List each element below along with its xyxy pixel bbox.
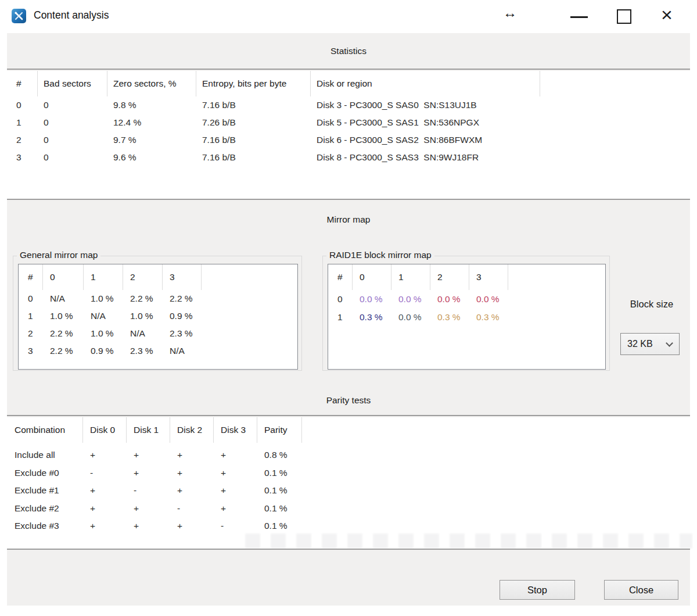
table-cell: 0.1 % <box>257 517 302 535</box>
table-cell: 0 <box>328 290 353 308</box>
table-cell: + <box>170 464 214 482</box>
table-cell: 7.16 b/B <box>196 96 311 114</box>
table-row: Exclude #1+-++0.1 % <box>7 482 690 500</box>
table-cell: Exclude #1 <box>7 482 83 500</box>
table-cell: - <box>83 464 127 482</box>
table-cell: 7.26 b/B <box>196 114 311 131</box>
table-row: 10.3 %0.0 %0.3 %0.3 % <box>328 308 605 326</box>
block-size-dropdown[interactable]: 32 KB <box>620 333 680 355</box>
table-cell: + <box>214 482 257 500</box>
table-header-cell: Disk 2 <box>170 417 214 443</box>
close-button[interactable]: Close <box>604 580 678 600</box>
table-cell: 0.1 % <box>257 464 302 482</box>
table-cell: 2.2 % <box>123 290 163 307</box>
table-cell: N/A <box>84 307 123 325</box>
statistics-table-area: #Bad sectorsZero sectors, %Entropy, bits… <box>7 71 690 200</box>
raid1e-map-header-row: #0123 <box>328 264 605 290</box>
table-cell: 0.1 % <box>257 500 302 518</box>
table-header-cell: # <box>7 71 38 96</box>
parity-table: CombinationDisk 0Disk 1Disk 2Disk 3Parit… <box>7 417 690 535</box>
table-cell: 0 <box>7 96 38 114</box>
watermark <box>245 533 692 549</box>
parity-title: Parity tests <box>326 395 371 405</box>
table-cell: 9.8 % <box>107 96 196 114</box>
table-cell: - <box>214 517 257 535</box>
table-header-cell: Entropy, bits per byte <box>196 71 311 96</box>
table-cell: 3 <box>19 342 43 360</box>
window-title: Content analysis <box>34 9 109 22</box>
table-header-cell: 3 <box>163 264 202 290</box>
parity-rows[interactable]: Include all++++0.8 %Exclude #0-+++0.1 %E… <box>7 443 690 535</box>
table-cell: 2.2 % <box>43 325 84 342</box>
table-cell: 0.0 % <box>391 308 430 326</box>
close-window-button[interactable]: × <box>661 3 673 26</box>
table-header-cell: Bad sectors <box>38 71 107 96</box>
general-mirror-map-groupbox: General mirror map #0123 0N/A1.0 %2.2 %2… <box>13 256 302 371</box>
table-cell: 2 <box>19 325 43 342</box>
mirror-map-section-header: Mirror map <box>7 208 690 231</box>
general-map-rows[interactable]: 0N/A1.0 %2.2 %2.2 %11.0 %N/A1.0 %0.9 %22… <box>19 290 297 360</box>
table-cell: + <box>170 482 214 500</box>
table-cell: 0.8 % <box>257 446 302 464</box>
raid1e-mirror-map-groupbox: RAID1E block mirror map #0123 00.0 %0.0 … <box>322 256 610 371</box>
minimize-button[interactable] <box>570 16 588 18</box>
table-cell: 9.6 % <box>107 149 196 166</box>
mirror-map-title: Mirror map <box>327 214 371 224</box>
table-cell: 2.3 % <box>123 342 163 360</box>
table-cell: 1.0 % <box>123 307 163 325</box>
maximize-button[interactable] <box>617 9 631 24</box>
raid1e-mirror-map-label: RAID1E block mirror map <box>326 250 434 260</box>
table-cell: 2.2 % <box>163 290 202 307</box>
raid1e-map-rows[interactable]: 00.0 %0.0 %0.0 %0.0 %10.3 %0.0 %0.3 %0.3… <box>328 290 605 326</box>
block-size-label: Block size <box>617 299 687 310</box>
statistics-title: Statistics <box>330 46 367 56</box>
table-header-cell: # <box>328 264 353 290</box>
table-cell: 0 <box>38 131 107 149</box>
table-cell: 0.0 % <box>353 290 391 308</box>
table-cell: 3 <box>7 149 38 166</box>
table-cell: + <box>214 500 257 518</box>
table-cell: + <box>127 446 170 464</box>
table-row: Exclude #3+++-0.1 % <box>7 517 690 535</box>
table-row: 11.0 %N/A1.0 %0.9 % <box>19 307 297 325</box>
table-header-cell: Parity <box>257 417 302 443</box>
stop-button[interactable]: Stop <box>500 580 575 600</box>
table-cell: 1 <box>19 307 43 325</box>
table-header-cell: # <box>19 264 43 290</box>
table-cell: 0.0 % <box>469 290 508 308</box>
table-header-cell: Disk 0 <box>83 417 127 443</box>
table-cell: 7.16 b/B <box>196 131 311 149</box>
table-cell: 1.0 % <box>84 290 123 307</box>
table-cell: 0 <box>38 96 107 114</box>
table-cell: + <box>214 464 257 482</box>
table-row: Exclude #2++-+0.1 % <box>7 500 690 518</box>
statistics-rows[interactable]: 009.8 %7.16 b/BDisk 3 - PC3000_S SAS0 SN… <box>7 96 690 166</box>
statistics-header-row: #Bad sectorsZero sectors, %Entropy, bits… <box>7 71 690 96</box>
table-cell: 1 <box>328 308 353 326</box>
table-cell: Exclude #3 <box>7 517 83 535</box>
table-cell: + <box>170 517 214 535</box>
parity-header-row: CombinationDisk 0Disk 1Disk 2Disk 3Parit… <box>7 417 690 443</box>
table-cell: 0.3 % <box>469 308 508 326</box>
statistics-section-header: Statistics <box>7 33 690 70</box>
resize-arrows-icon[interactable]: ↔ <box>503 5 517 21</box>
table-cell: N/A <box>123 325 163 342</box>
table-cell: 7.16 b/B <box>196 149 311 166</box>
table-cell: + <box>170 446 214 464</box>
table-cell: 0 <box>38 149 107 166</box>
app-icon <box>12 9 26 23</box>
general-map-header-row: #0123 <box>19 264 297 290</box>
table-cell: 0.0 % <box>391 290 430 308</box>
table-cell: 0 <box>19 290 43 307</box>
table-row: 1012.4 %7.26 b/BDisk 5 - PC3000_S SAS1 S… <box>7 114 690 131</box>
table-cell: 0.3 % <box>353 308 391 326</box>
table-row: 209.7 %7.16 b/BDisk 6 - PC3000_S SAS2 SN… <box>7 131 690 149</box>
table-cell: + <box>127 500 170 518</box>
table-cell: 1.0 % <box>43 307 84 325</box>
table-cell: 0.9 % <box>84 342 123 360</box>
table-cell: + <box>127 517 170 535</box>
table-cell: 1 <box>7 114 38 131</box>
table-cell: - <box>170 500 214 518</box>
footer-bar: Stop Close <box>7 551 690 606</box>
table-cell: + <box>83 446 127 464</box>
